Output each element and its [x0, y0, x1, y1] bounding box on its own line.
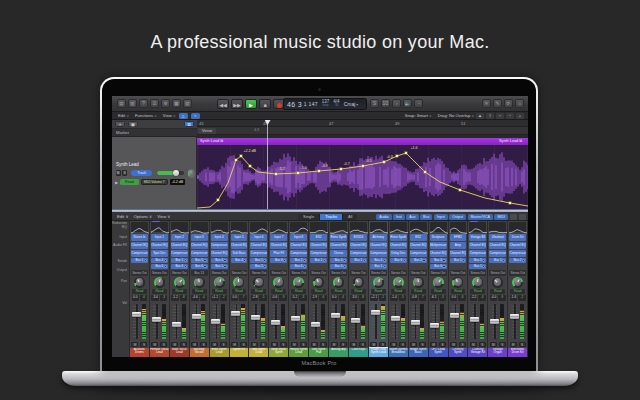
pan-knob[interactable]: [233, 277, 244, 288]
solo-button[interactable]: S: [240, 342, 247, 347]
channel-strip[interactable]: Input 7Channel EQPhat FXBus 6Stereo OutR…: [269, 221, 289, 357]
channel-strip[interactable]: EXS24Channel EQCompressorBus 1Stereo Out…: [349, 221, 369, 357]
pan-knob[interactable]: [188, 169, 195, 178]
mixer-menu-options[interactable]: Options ∨: [133, 214, 152, 219]
inspector-icon[interactable]: ▥: [128, 99, 137, 108]
audio-fx-slot[interactable]: Channel EQ: [270, 242, 287, 249]
send-level-knob[interactable]: [283, 259, 286, 262]
channel-strip[interactable]: Input 5Channel EQSub BassBus 4Stereo Out…: [230, 221, 250, 357]
automation-mode-button[interactable]: Read: [311, 289, 326, 295]
solo-button[interactable]: S: [122, 170, 127, 176]
input-slot[interactable]: Stereo In: [131, 234, 148, 241]
mute-button[interactable]: M: [450, 342, 457, 347]
pointer-tool-icon[interactable]: ▲: [476, 113, 484, 119]
quickhelp-icon[interactable]: ?: [139, 99, 148, 108]
track-nameplate[interactable]: Heavy Synth Lead: [289, 348, 308, 358]
send-slot[interactable]: Bus 1: [450, 258, 467, 264]
eq-thumbnail[interactable]: [231, 222, 248, 232]
solo-button[interactable]: S: [340, 342, 347, 347]
output-slot[interactable]: Stereo Out: [489, 270, 506, 276]
volume-value[interactable]: -1.9: [311, 295, 318, 301]
channel-strip[interactable]: Input 3Channel EQCompressorBus 5Bus 6Bus…: [190, 221, 210, 357]
channel-strip[interactable]: UltrabeatChannel EQCompressorBus 1Stereo…: [488, 221, 508, 357]
volume-value[interactable]: 0.0: [231, 295, 238, 301]
send-slot[interactable]: Bus 4: [330, 258, 347, 264]
track-nameplate[interactable]: Bright Synth Bass: [409, 348, 428, 358]
input-slot[interactable]: Input 1: [151, 234, 168, 241]
mute-button[interactable]: M: [271, 342, 278, 347]
audio-fx-slot[interactable]: Compressor: [290, 250, 307, 257]
send-level-knob[interactable]: [323, 259, 326, 262]
channel-strip[interactable]: Vintage B3Channel EQCompressorBus 5Bus 1…: [468, 221, 488, 357]
audio-fx-slot[interactable]: Channel EQ: [469, 242, 486, 249]
send-level-knob[interactable]: [482, 265, 485, 268]
audio-fx-slot[interactable]: Spat Des: [151, 250, 168, 257]
zoom-out-button[interactable]: −: [506, 113, 514, 119]
send-level-knob[interactable]: [223, 265, 226, 268]
track-nameplate[interactable]: Synth FX: [230, 348, 249, 358]
audio-fx-slot[interactable]: Channel EQ: [430, 250, 447, 257]
fader-cap[interactable]: [271, 320, 280, 325]
solo-button[interactable]: S: [479, 342, 486, 347]
pan-knob[interactable]: [194, 277, 205, 288]
audio-fx-slot[interactable]: Compressor: [310, 250, 327, 257]
output-slot[interactable]: Stereo Out: [330, 270, 347, 276]
solo-button[interactable]: S: [140, 342, 147, 347]
mute-button[interactable]: M: [171, 342, 178, 347]
send-slot[interactable]: Bus 6: [151, 264, 168, 270]
output-slot[interactable]: Stereo Out: [450, 270, 467, 276]
output-slot[interactable]: Stereo Out: [390, 270, 407, 276]
input-slot[interactable]: Input 6: [250, 234, 267, 241]
pan-knob[interactable]: [452, 277, 463, 288]
fader-cap[interactable]: [430, 323, 439, 328]
editor-menu-view[interactable]: View ∨: [163, 113, 176, 118]
fader-cap[interactable]: [291, 316, 300, 321]
pan-knob[interactable]: [433, 277, 444, 288]
solo-icon[interactable]: S: [370, 99, 379, 108]
send-slot[interactable]: Bus 6: [191, 264, 208, 270]
audio-fx-slot[interactable]: Channel EQ: [131, 242, 148, 249]
master-volume-icon[interactable]: 🔈: [403, 99, 412, 108]
audio-fx-slot[interactable]: Channel EQ: [370, 242, 387, 249]
audio-fx-slot[interactable]: Channel EQ: [310, 242, 327, 249]
send-slot[interactable]: Bus 4: [231, 258, 248, 264]
filter-audio[interactable]: Audio: [376, 214, 391, 220]
send-slot[interactable]: Bus 6: [171, 264, 188, 270]
send-level-knob[interactable]: [144, 259, 147, 262]
track-nameplate[interactable]: Male Vocal Lead: [170, 348, 189, 358]
fader-cap[interactable]: [391, 316, 400, 321]
send-level-knob[interactable]: [263, 259, 266, 262]
audio-fx-slot[interactable]: Sub Bass: [231, 250, 248, 257]
automation-mode-button[interactable]: Read: [232, 289, 247, 295]
send-slot[interactable]: Bus 1: [489, 258, 506, 264]
channel-strip[interactable]: AlchemyChannel EQCompressorBus 4Bus 1Ste…: [369, 221, 389, 357]
input-slot[interactable]: EFM1: [450, 234, 467, 241]
drag-menu[interactable]: Drag: No Overlap ∨: [438, 113, 474, 118]
automation-mode-button[interactable]: Read: [291, 289, 306, 295]
audio-fx-slot[interactable]: Channel EQ: [450, 250, 467, 257]
channel-strip[interactable]: Input 4CompressorChannel EQBus 4Bus 1Ste…: [210, 221, 230, 357]
input-slot[interactable]: Alchemy: [370, 234, 387, 241]
output-slot[interactable]: Stereo Out: [290, 270, 307, 276]
audio-fx-slot[interactable]: Compressor: [489, 250, 506, 257]
send-slot[interactable]: Bus 1: [469, 264, 486, 270]
send-slot[interactable]: Bus 2: [290, 258, 307, 264]
output-slot[interactable]: Stereo Out: [211, 270, 228, 276]
fader-cap[interactable]: [211, 319, 220, 324]
fader-cap[interactable]: [371, 310, 380, 315]
send-slot[interactable]: Bus 6: [270, 258, 287, 264]
editor-menu-edit[interactable]: Edit ∨: [118, 113, 129, 118]
mute-button[interactable]: M: [291, 342, 298, 347]
input-slot[interactable]: Input 7: [270, 234, 287, 241]
channel-strip[interactable]: Input 2Channel EQCompressorBus 1Bus 6Ste…: [170, 221, 190, 357]
channel-strip[interactable]: Input 8Channel EQCompressorBus 2Bus 6Ste…: [289, 221, 309, 357]
volume-value[interactable]: 0.0: [132, 295, 139, 301]
filter-aux[interactable]: Aux: [406, 214, 418, 220]
track-pill-button[interactable]: Track: [131, 170, 152, 176]
track-nameplate[interactable]: New Wave Synth: [269, 348, 288, 358]
mute-button[interactable]: M: [331, 342, 338, 347]
play-button[interactable]: ▶: [245, 99, 257, 110]
pan-knob[interactable]: [134, 277, 145, 288]
audio-fx-slot[interactable]: Channel EQ: [509, 242, 526, 249]
automation-mode-button[interactable]: Read: [451, 289, 466, 295]
